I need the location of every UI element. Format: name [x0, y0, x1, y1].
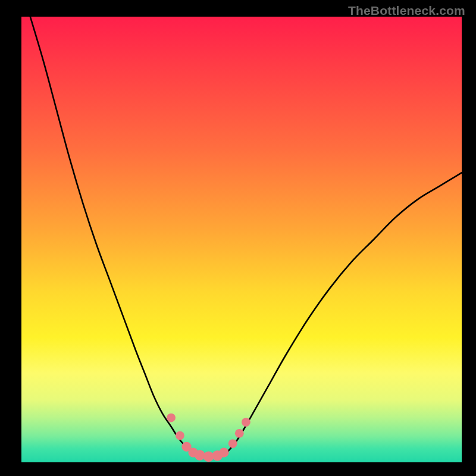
- valley-marker: [228, 439, 237, 448]
- watermark-text: TheBottleneck.com: [348, 4, 465, 18]
- valley-marker: [235, 429, 244, 438]
- curve-svg: [21, 17, 462, 462]
- valley-markers: [167, 414, 250, 462]
- curve-path: [30, 17, 462, 457]
- valley-marker: [219, 447, 228, 457]
- chart-plot-area: [21, 17, 462, 462]
- valley-marker: [167, 414, 176, 422]
- bottleneck-curve: [30, 17, 462, 457]
- valley-marker: [176, 431, 184, 440]
- valley-marker: [242, 418, 250, 427]
